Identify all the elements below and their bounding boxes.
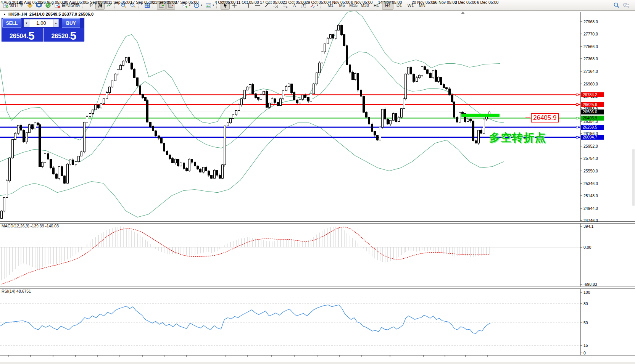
rsi-axis-tick: 100 — [583, 290, 590, 295]
sell-price-main: 26504 — [10, 33, 27, 40]
candle-body — [114, 74, 116, 81]
candle-body — [449, 89, 451, 95]
volume-up-button[interactable]: ▲ — [53, 19, 59, 27]
candle-body — [92, 110, 94, 114]
price-chip-26405.9[interactable]: 26405.9 — [581, 116, 604, 121]
candle-body — [269, 103, 271, 107]
volume-input[interactable] — [29, 19, 53, 27]
candle-body — [366, 112, 367, 117]
panel-separator-macd[interactable] — [0, 221, 635, 224]
panel-separator-rsi[interactable] — [0, 287, 635, 289]
y-axis-tick: 24944.0 — [583, 206, 598, 211]
chat-button[interactable] — [621, 1, 631, 10]
collapse-arrow-icon[interactable]: ▲ — [3, 13, 6, 16]
price-chip-26094.7[interactable]: 26094.7 — [581, 135, 604, 140]
one-click-trading-panel: SELL ▼ ▲ BUY 26504 . 5 26520 . 5 — [1, 18, 85, 41]
candle-body — [166, 151, 168, 155]
templates-caret-icon[interactable]: ▾ — [213, 4, 214, 7]
candle-body — [126, 57, 127, 61]
date-label: 14 Nov 05:00 — [378, 0, 402, 5]
sell-price[interactable]: 26504 . 5 — [2, 28, 44, 42]
scrollbar-thumb[interactable] — [632, 149, 635, 206]
candle-body — [374, 131, 376, 135]
price-chip-26259.5[interactable]: 26259.5 — [581, 125, 604, 130]
candle-body — [15, 133, 16, 139]
candle-body — [191, 159, 193, 162]
candle-body — [299, 99, 301, 103]
candle-body — [308, 98, 309, 101]
candle-body — [117, 70, 119, 74]
candle-body — [405, 74, 407, 99]
chart-canvas[interactable] — [0, 11, 635, 364]
candle-body — [109, 87, 111, 93]
candle-body — [142, 94, 144, 97]
scroll-end-marker-icon[interactable] — [461, 11, 465, 14]
candle-body — [200, 169, 201, 172]
bollinger-middle-band — [0, 52, 504, 162]
window-bottom-strip — [0, 362, 635, 364]
candle-body — [222, 165, 224, 179]
sell-button[interactable]: SELL — [2, 18, 21, 28]
candle-body — [390, 120, 392, 124]
search-button[interactable] — [612, 1, 621, 10]
candle-body — [75, 162, 77, 165]
candle-body — [183, 163, 185, 169]
macd-axis-tick: 0.00 — [583, 245, 591, 250]
price-chip-26784.2[interactable]: 26784.2 — [581, 92, 604, 97]
candle-body — [338, 25, 340, 30]
candle-body — [238, 105, 240, 111]
candle-body — [451, 95, 453, 102]
hline-anchor-26784.2 — [576, 94, 578, 96]
candle-body — [128, 57, 130, 63]
candle-body — [219, 175, 221, 178]
candle-body — [258, 98, 259, 100]
candle-body — [95, 105, 97, 110]
date-label: 23 Sep 05:00 — [153, 0, 177, 5]
candle-body — [277, 102, 279, 105]
buy-price[interactable]: 26520 . 5 — [44, 28, 85, 42]
candle-body — [384, 109, 386, 119]
candle-body — [34, 123, 36, 129]
y-axis-tick: 24746.0 — [583, 218, 598, 223]
candle-body — [203, 167, 205, 172]
candle-body — [410, 67, 412, 74]
candle-body — [147, 101, 148, 122]
price-callout[interactable]: 26405.9 — [531, 113, 559, 122]
candle-body — [263, 91, 265, 94]
price-chip-26625.6[interactable]: 26625.6 — [581, 102, 604, 107]
candle-body — [197, 166, 199, 169]
y-axis-tick: 27368.0 — [583, 56, 598, 61]
candle-body — [282, 91, 284, 99]
date-label: 5 Sep 05:00 — [87, 0, 108, 5]
candle-body — [266, 91, 268, 107]
candle-body — [271, 99, 273, 103]
chart-header: ▲ HK50-,H4 26414.0 26549.5 26377.0 26506… — [3, 12, 93, 16]
rsi-line — [0, 305, 490, 333]
rsi-axis-tick: 0 — [583, 351, 586, 355]
candle-body — [249, 85, 251, 87]
svg-text:F: F — [286, 6, 288, 8]
candle-body — [194, 162, 196, 166]
candle-body — [377, 135, 379, 140]
candle-body — [50, 159, 52, 168]
candle-body — [103, 99, 105, 104]
date-label: 20 Nov 05:00 — [412, 0, 435, 5]
trade-panel-prices: 26504 . 5 26520 . 5 — [2, 28, 84, 42]
y-axis-tick: 25550.0 — [583, 169, 598, 173]
date-label: 4 Nov 05:00 — [329, 0, 351, 5]
candle-body — [456, 117, 458, 122]
volume-down-button[interactable]: ▼ — [24, 19, 29, 27]
candle-body — [177, 159, 179, 166]
hline-anchor-26094.7 — [576, 136, 578, 138]
candle-body — [152, 127, 154, 131]
candle-body — [39, 125, 41, 167]
candle-body — [349, 65, 351, 72]
sell-price-big-digit: 5 — [28, 31, 35, 41]
candle-body — [44, 154, 46, 163]
candle-body — [158, 136, 160, 138]
periods-caret-icon[interactable]: ▾ — [201, 4, 202, 7]
candle-body — [145, 98, 147, 101]
annotation-text[interactable]: 多空转折点 — [489, 130, 546, 145]
templates-button[interactable]: ▾ — [204, 1, 216, 10]
buy-button[interactable]: BUY — [62, 18, 80, 28]
